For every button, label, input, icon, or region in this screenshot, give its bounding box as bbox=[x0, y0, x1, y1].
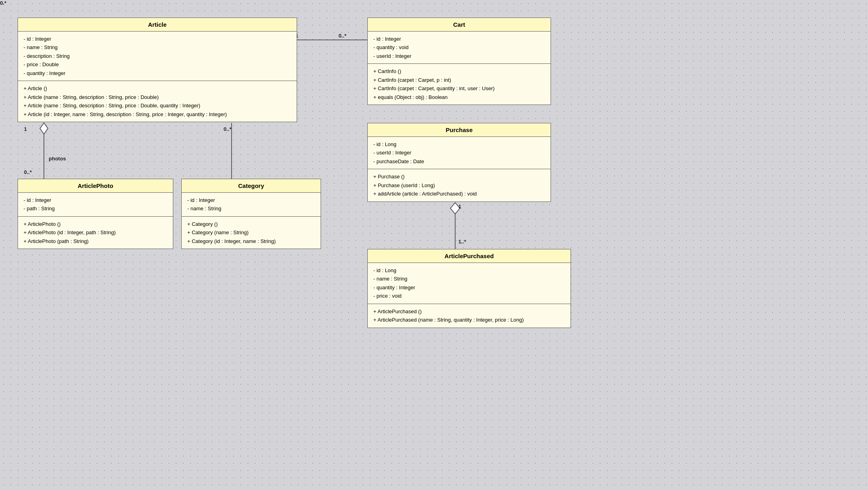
cart-method-3: + CartInfo (carpet : Carpet, quantity : … bbox=[373, 84, 545, 93]
cart-attr-2: - quantity : void bbox=[373, 43, 545, 51]
label-article-photo-many: 0..* bbox=[24, 169, 32, 175]
cart-method-4: + equals (Object : obj) : Boolean bbox=[373, 93, 545, 101]
articlepurchased-class: ArticlePurchased - id : Long - name : St… bbox=[367, 249, 571, 328]
articlephoto-method-2: + ArticlePhoto (id : Integer, path : Str… bbox=[24, 228, 167, 237]
articlepurchased-attr-3: - quantity : Integer bbox=[373, 283, 565, 292]
label-article-category-bottom: 0.* bbox=[0, 0, 6, 6]
purchase-attr-2: - userId : Integer bbox=[373, 148, 545, 157]
articlephoto-class-title: ArticlePhoto bbox=[18, 179, 173, 193]
cart-attr-3: - userId : Integer bbox=[373, 52, 545, 60]
article-attr-3: - description : String bbox=[24, 52, 291, 60]
category-attr-1: - id : Integer bbox=[187, 196, 315, 204]
category-method-1: + Category () bbox=[187, 220, 315, 228]
article-class: Article - id : Integer - name : String -… bbox=[18, 18, 297, 122]
articlepurchased-attr-4: - price : void bbox=[373, 292, 565, 300]
article-method-4: + Article (id : Integer, name : String, … bbox=[24, 110, 291, 119]
articlepurchased-methods: + ArticlePurchased () + ArticlePurchased… bbox=[368, 304, 571, 328]
label-article-photo-1: 1 bbox=[24, 126, 27, 132]
purchase-method-2: + Purchase (userId : Long) bbox=[373, 181, 545, 190]
articlepurchased-method-2: + ArticlePurchased (name : String, quant… bbox=[373, 316, 565, 324]
category-methods: + Category () + Category (name : String)… bbox=[182, 217, 321, 249]
category-method-2: + Category (name : String) bbox=[187, 228, 315, 237]
article-method-1: + Article () bbox=[24, 84, 291, 93]
articlephoto-class: ArticlePhoto - id : Integer - path : Str… bbox=[18, 179, 173, 249]
cart-attr-1: - id : Integer bbox=[373, 35, 545, 43]
cart-methods: + CartInfo () + CartInfo (carpet : Carpe… bbox=[368, 64, 551, 105]
category-attributes: - id : Integer - name : String bbox=[182, 193, 321, 217]
category-class: Category - id : Integer - name : String … bbox=[181, 179, 321, 249]
article-attributes: - id : Integer - name : String - descrip… bbox=[18, 32, 297, 81]
cart-class: Cart - id : Integer - quantity : void - … bbox=[367, 18, 551, 105]
article-methods: + Article () + Article (name : String, d… bbox=[18, 81, 297, 122]
svg-marker-2 bbox=[40, 123, 48, 134]
articlepurchased-class-title: ArticlePurchased bbox=[368, 249, 571, 263]
article-method-3: + Article (name : String, description : … bbox=[24, 101, 291, 110]
articlephoto-method-1: + ArticlePhoto () bbox=[24, 220, 167, 228]
articlepurchased-attr-2: - name : String bbox=[373, 275, 565, 283]
articlepurchased-method-1: + ArticlePurchased () bbox=[373, 307, 565, 316]
label-purchase-articlepurchased-1: 1 bbox=[458, 204, 461, 209]
category-attr-2: - name : String bbox=[187, 204, 315, 213]
category-class-title: Category bbox=[182, 179, 321, 193]
purchase-attr-3: - purchaseDate : Date bbox=[373, 157, 545, 166]
article-attr-5: - quantity : Integer bbox=[24, 69, 291, 77]
purchase-attributes: - id : Long - userId : Integer - purchas… bbox=[368, 137, 551, 169]
purchase-attr-1: - id : Long bbox=[373, 140, 545, 148]
purchase-method-1: + Purchase () bbox=[373, 172, 545, 181]
cart-method-1: + CartInfo () bbox=[373, 67, 545, 75]
cart-method-2: + CartInfo (carpet : Carpet, p : int) bbox=[373, 76, 545, 84]
articlephoto-attributes: - id : Integer - path : String bbox=[18, 193, 173, 217]
label-photos: photos bbox=[49, 156, 66, 162]
purchase-methods: + Purchase () + Purchase (userId : Long)… bbox=[368, 169, 551, 201]
articlephoto-attr-2: - path : String bbox=[24, 204, 167, 213]
article-attr-2: - name : String bbox=[24, 43, 291, 51]
articlephoto-methods: + ArticlePhoto () + ArticlePhoto (id : I… bbox=[18, 217, 173, 249]
article-method-2: + Article (name : String, description : … bbox=[24, 93, 291, 101]
category-method-3: + Category (id : Integer, name : String) bbox=[187, 237, 315, 245]
article-attr-1: - id : Integer bbox=[24, 35, 291, 43]
articlephoto-attr-1: - id : Integer bbox=[24, 196, 167, 204]
purchase-class-title: Purchase bbox=[368, 123, 551, 137]
label-article-category-top: 0..* bbox=[224, 126, 232, 132]
articlepurchased-attributes: - id : Long - name : String - quantity :… bbox=[368, 263, 571, 304]
label-article-cart-many: 0..* bbox=[339, 33, 347, 39]
cart-attributes: - id : Integer - quantity : void - userI… bbox=[368, 32, 551, 64]
cart-class-title: Cart bbox=[368, 18, 551, 32]
purchase-class: Purchase - id : Long - userId : Integer … bbox=[367, 123, 551, 202]
articlepurchased-attr-1: - id : Long bbox=[373, 266, 565, 275]
label-purchase-articlepurchased-many: 1..* bbox=[458, 239, 466, 245]
article-class-title: Article bbox=[18, 18, 297, 32]
purchase-method-3: + addArticle (article : ArticlePurchased… bbox=[373, 190, 545, 198]
articlephoto-method-3: + ArticlePhoto (path : String) bbox=[24, 237, 167, 245]
article-attr-4: - price : Double bbox=[24, 60, 291, 69]
